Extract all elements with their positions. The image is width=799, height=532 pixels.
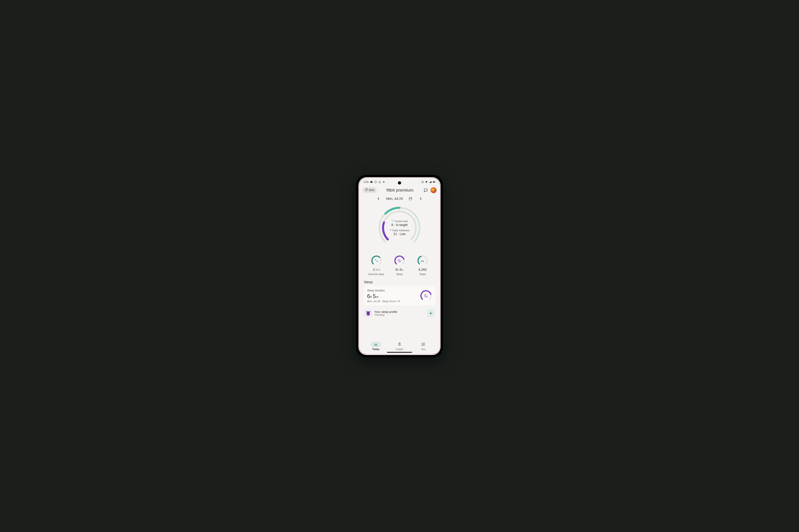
battery-icon	[433, 180, 436, 183]
tab-today[interactable]: Today	[368, 341, 384, 350]
phone-bezel: 1:01	[358, 177, 441, 355]
sleep-duration-card[interactable]: Sleep duration 6h 5m Mon, Jul 29 · Sleep…	[363, 286, 436, 306]
date-nav: Mon, Jul 29	[359, 195, 440, 203]
steps-ring-item[interactable]: 4,262 Steps	[412, 255, 433, 276]
readiness-label: Daily readiness	[393, 229, 410, 232]
shoe-icon	[417, 255, 428, 266]
steps-value: 4,262	[418, 267, 427, 271]
svg-rect-9	[366, 189, 367, 191]
svg-rect-37	[422, 345, 423, 346]
app-header: 60% fitbit premium	[359, 186, 440, 195]
dumbbell-icon	[371, 255, 382, 266]
svg-rect-7	[435, 182, 436, 182]
sleep-profile-row[interactable]: Your sleep profile The Bear	[363, 307, 436, 318]
svg-rect-1	[375, 181, 377, 183]
clipboard-icon	[394, 341, 405, 347]
grid-icon	[418, 341, 429, 347]
device-icon	[365, 188, 368, 192]
svg-rect-36	[423, 343, 424, 344]
phone-frame: 1:01	[356, 175, 443, 357]
status-time: 1:01	[363, 180, 369, 184]
date-label[interactable]: Mon, Jul 29	[386, 197, 403, 201]
screen: 1:01	[359, 178, 440, 354]
message-icon	[370, 180, 373, 183]
tab-you[interactable]: You	[415, 341, 431, 350]
bear-icon	[364, 309, 372, 317]
tab-coach-label: Coach	[396, 348, 403, 350]
sleep-profile-title: Your sleep profile	[375, 310, 424, 314]
gesture-bar[interactable]	[387, 352, 412, 353]
sunrise-icon	[370, 341, 381, 347]
steps-ring	[417, 255, 428, 266]
screenshot-icon	[374, 180, 377, 183]
sleep-duration-meta: Mon, Jul 29 · Sleep Score: 70	[367, 300, 400, 303]
exercise-ring	[371, 255, 382, 266]
wifi-icon	[425, 180, 428, 183]
calendar-button[interactable]	[408, 196, 413, 201]
exercise-caption: Exercise days	[368, 273, 384, 276]
sleep-profile-subtitle: The Bear	[375, 314, 424, 316]
svg-rect-11	[409, 197, 412, 200]
sleep-duration-label: Sleep duration	[367, 289, 400, 292]
signal-icon	[429, 180, 432, 183]
readiness-value: 21 · Low	[389, 232, 410, 236]
status-right	[421, 180, 436, 183]
prev-day-button[interactable]	[376, 196, 381, 201]
device-battery-text: 60%	[369, 189, 375, 192]
front-camera	[398, 181, 401, 185]
svg-rect-8	[433, 182, 434, 183]
main-gauge: Cardio load 8 · In target Daily readines…	[377, 205, 422, 251]
sleep-section-title: Sleep	[364, 280, 436, 284]
readiness-row: Daily readiness 21 · Low	[389, 229, 410, 236]
tab-you-label: You	[421, 348, 425, 350]
main-content[interactable]: Cardio load 8 · In target Daily readines…	[359, 203, 440, 339]
exercise-ring-item[interactable]: 2 of 3 Exercise days	[366, 255, 387, 276]
add-button[interactable]	[427, 309, 435, 317]
svg-point-3	[383, 182, 384, 182]
moon-icon	[420, 290, 432, 302]
next-day-button[interactable]	[418, 196, 423, 201]
gauge-center: Cardio load 8 · In target Daily readines…	[377, 205, 422, 251]
sleep-duration-value: 6h 5m	[367, 293, 400, 299]
cardio-value: 8 · In target	[392, 223, 408, 227]
tab-today-label: Today	[372, 348, 379, 350]
moon-icon	[394, 255, 405, 266]
device-battery-pill[interactable]: 60%	[363, 187, 377, 193]
triangle-icon	[378, 180, 381, 183]
svg-point-28	[367, 311, 369, 314]
svg-rect-0	[370, 181, 373, 183]
cardio-label: Cardio load	[395, 220, 407, 223]
cardio-row: Cardio load 8 · In target	[392, 220, 408, 227]
chat-button[interactable]	[423, 188, 428, 193]
tab-coach[interactable]: Coach	[392, 341, 407, 350]
dot-icon	[382, 180, 385, 183]
sleep-card-ring	[420, 290, 432, 302]
sleep-card-text: Sleep duration 6h 5m Mon, Jul 29 · Sleep…	[367, 289, 400, 303]
heart-icon	[392, 220, 394, 223]
sparkle-icon	[389, 229, 392, 232]
status-left: 1:01	[363, 180, 385, 184]
main-gauge-wrap[interactable]: Cardio load 8 · In target Daily readines…	[363, 203, 436, 254]
avatar[interactable]	[431, 187, 436, 193]
sleep-value: 6h 5m	[395, 267, 403, 271]
steps-caption: Steps	[419, 273, 426, 276]
ring-row: 2 of 3 Exercise days	[363, 254, 436, 280]
sleep-ring-item[interactable]: 6h 5m Sleep	[389, 255, 410, 276]
exercise-value: 2 of 3	[373, 267, 380, 271]
sleep-caption: Sleep	[396, 273, 403, 276]
svg-rect-38	[423, 345, 424, 346]
sleep-profile-text: Your sleep profile The Bear	[375, 310, 424, 316]
dnd-icon	[421, 180, 424, 183]
app-title: fitbit premium	[379, 188, 421, 193]
svg-rect-35	[422, 343, 423, 344]
sleep-ring	[394, 255, 405, 266]
